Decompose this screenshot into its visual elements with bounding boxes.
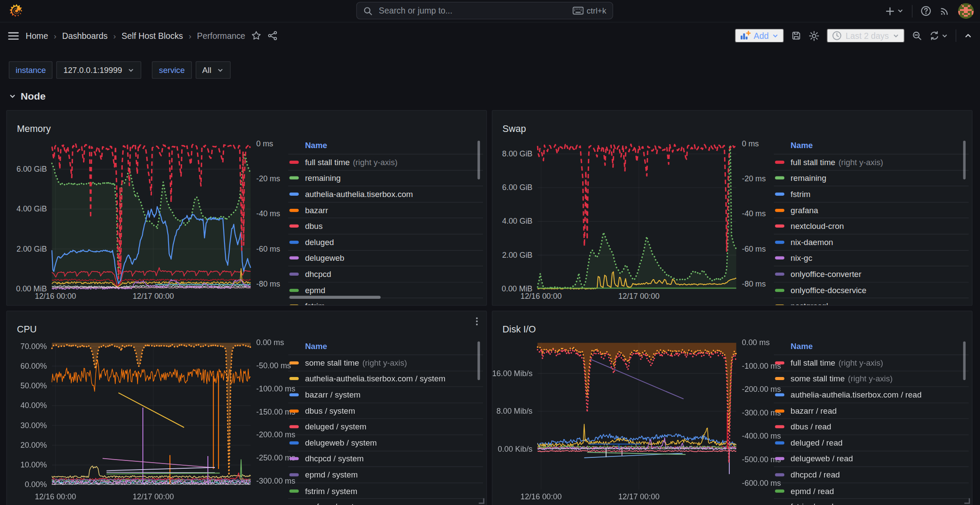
toolbar-actions: Add Last 2 days xyxy=(735,29,973,42)
y-axis-tick-right: 0.00 ms xyxy=(256,338,284,347)
panel-title[interactable]: Disk I/O xyxy=(503,324,536,335)
legend-header-name[interactable]: Name xyxy=(774,339,969,355)
legend-item-grafana-system[interactable]: grafana / system xyxy=(288,499,483,505)
legend-scrollbar-vertical[interactable] xyxy=(477,141,480,180)
legend-item-delugeweb[interactable]: delugeweb xyxy=(288,250,483,266)
time-range-button[interactable]: Last 2 days xyxy=(827,29,904,42)
legend-item-onlyoffice-converter[interactable]: onlyoffice-converter xyxy=(774,266,969,283)
keyboard-icon xyxy=(572,6,583,15)
breadcrumb-dashboards[interactable]: Dashboards xyxy=(62,31,107,40)
add-label: Add xyxy=(754,31,769,40)
legend-item-epmd-read[interactable]: epmd / read xyxy=(774,483,969,499)
legend-item-deluged-read[interactable]: deluged / read xyxy=(774,435,969,451)
instance-filter-value[interactable]: 127.0.0.1:19999 xyxy=(56,61,141,79)
legend-item-fstrim-system[interactable]: fstrim / system xyxy=(288,483,483,499)
legend-label: epmd xyxy=(305,285,325,294)
grafana-logo-icon[interactable] xyxy=(9,3,24,19)
y-axis-tick-right: -20 ms xyxy=(742,174,766,183)
breadcrumb-home[interactable]: Home xyxy=(26,31,48,40)
y-axis-tick-right: -40 ms xyxy=(742,209,766,218)
legend-item-remaining[interactable]: remaining xyxy=(774,170,969,187)
legend-item-dbus[interactable]: dbus xyxy=(288,218,483,235)
legend-header-name[interactable]: Name xyxy=(774,138,969,154)
legend-item-fstrim-read[interactable]: fstrim / read xyxy=(774,499,969,505)
legend-scrollbar-vertical[interactable] xyxy=(963,141,966,180)
breadcrumb-folder[interactable]: Self Host Blocks xyxy=(121,31,183,40)
legend-item-dhcpcd-read[interactable]: dhcpcd / read xyxy=(774,467,969,483)
zoom-out-button[interactable] xyxy=(912,31,922,41)
search-bar[interactable]: ctrl+k xyxy=(356,2,613,19)
legend-item-nextcloud-cron[interactable]: nextcloud-cron xyxy=(774,218,969,235)
legend-item-fstrim[interactable]: fstrim xyxy=(774,187,969,203)
row-node-toggle[interactable]: Node xyxy=(0,79,980,102)
panel-title[interactable]: Swap xyxy=(503,124,526,134)
service-filter-value[interactable]: All xyxy=(195,61,231,79)
settings-button[interactable] xyxy=(809,30,819,41)
legend-item-deluged[interactable]: deluged xyxy=(288,235,483,251)
legend-item-delugeweb-read[interactable]: delugeweb / read xyxy=(774,451,969,467)
legend-item-authelia-authelia-tiserbox-com[interactable]: authelia-authelia.tiserbox.com xyxy=(288,187,483,203)
news-button[interactable] xyxy=(939,6,950,16)
legend-header-name[interactable]: Name xyxy=(288,339,483,355)
legend-item-remaining[interactable]: remaining xyxy=(288,170,483,187)
search-input[interactable] xyxy=(377,5,567,16)
plus-icon xyxy=(885,6,895,16)
series-diag-green xyxy=(107,473,220,474)
series-color-marker xyxy=(775,273,784,276)
panel-resize-handle[interactable] xyxy=(479,498,484,504)
legend-item-full-stall-time[interactable]: full stall time(right y-axis) xyxy=(288,154,483,170)
series-color-marker xyxy=(775,361,784,364)
legend-item-deluged-system[interactable]: deluged / system xyxy=(288,419,483,435)
panel-title[interactable]: Memory xyxy=(17,124,51,134)
legend-item-authelia-authelia-tiserbox-com-system[interactable]: authelia-authelia.tiserbox.com / system xyxy=(288,371,483,387)
legend-item-some-stall-time[interactable]: some stall time(right y-axis) xyxy=(288,355,483,371)
y-axis-tick-right: 0 ms xyxy=(742,139,759,148)
legend-item-delugeweb-system[interactable]: delugeweb / system xyxy=(288,435,483,451)
legend-item-postgresql[interactable]: postgresql xyxy=(774,298,969,305)
legend-item-nix-daemon[interactable]: nix-daemon xyxy=(774,235,969,251)
favorite-button[interactable] xyxy=(252,31,262,41)
legend-item-bazarr-read[interactable]: bazarr / read xyxy=(774,403,969,419)
legend-item-nix-gc[interactable]: nix-gc xyxy=(774,250,969,266)
filter-instance: instance 127.0.0.1:19999 xyxy=(9,61,141,79)
add-panel-button[interactable]: Add xyxy=(735,29,784,42)
legend-scrollbar-vertical[interactable] xyxy=(963,341,966,380)
legend-item-full-stall-time[interactable]: full stall time(right y-axis) xyxy=(774,154,969,170)
series-color-marker xyxy=(775,289,784,292)
share-button[interactable] xyxy=(268,31,278,41)
series-color-marker xyxy=(290,425,299,428)
legend-label: dbus / read xyxy=(790,422,831,431)
legend-item-bazarr-system[interactable]: bazarr / system xyxy=(288,387,483,403)
legend-header-name[interactable]: Name xyxy=(288,138,483,154)
legend-item-authelia-authelia-tiserbox-com-read[interactable]: authelia-authelia.tiserbox.com / read xyxy=(774,387,969,403)
legend-item-fstrim[interactable]: fstrim xyxy=(288,298,483,305)
legend-item-bazarr[interactable]: bazarr xyxy=(288,202,483,218)
legend-item-onlyoffice-docservice[interactable]: onlyoffice-docservice xyxy=(774,283,969,299)
series-color-marker xyxy=(775,304,784,305)
user-avatar[interactable] xyxy=(958,3,974,19)
help-button[interactable] xyxy=(921,6,931,16)
create-button[interactable] xyxy=(885,6,904,16)
legend-item-grafana[interactable]: grafana xyxy=(774,202,969,218)
panel-resize-handle[interactable] xyxy=(964,498,970,504)
y-axis-tick-left: 60.00% xyxy=(21,362,47,370)
save-button[interactable] xyxy=(791,31,801,41)
collapse-toolbar-button[interactable] xyxy=(964,31,973,40)
legend-label: postgresql xyxy=(790,301,828,305)
legend-item-dhcpcd-system[interactable]: dhcpcd / system xyxy=(288,451,483,467)
panel-title[interactable]: CPU xyxy=(17,324,37,335)
series-color-marker xyxy=(775,441,784,444)
refresh-button[interactable] xyxy=(929,31,948,41)
menu-button[interactable] xyxy=(7,31,19,40)
legend-item-dbus-system[interactable]: dbus / system xyxy=(288,403,483,419)
panel-menu-button[interactable] xyxy=(473,316,481,329)
series-color-marker xyxy=(775,176,784,180)
legend-item-dhcpcd[interactable]: dhcpcd xyxy=(288,266,483,283)
legend-item-dbus-read[interactable]: dbus / read xyxy=(774,419,969,435)
legend-label: deluged xyxy=(305,237,334,246)
legend-scrollbar-horizontal[interactable] xyxy=(290,296,381,299)
legend-scrollbar-vertical[interactable] xyxy=(477,341,480,380)
legend-item-some-stall-time[interactable]: some stall time(right y-axis) xyxy=(774,371,969,387)
legend-item-full-stall-time[interactable]: full stall time(right y-axis) xyxy=(774,355,969,371)
legend-item-epmd-system[interactable]: epmd / system xyxy=(288,467,483,483)
